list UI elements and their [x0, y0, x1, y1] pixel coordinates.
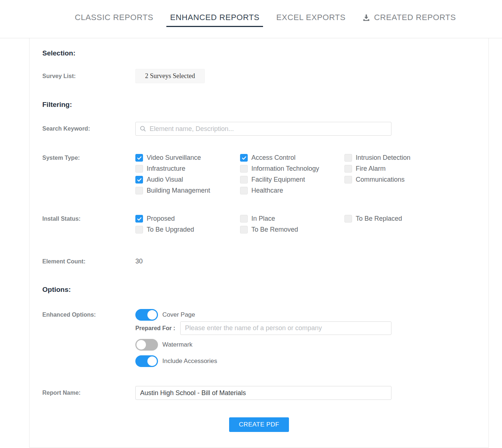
system-type-label: System Type:: [42, 154, 135, 194]
toggle-knob: [147, 310, 157, 320]
watermark-toggle[interactable]: [135, 339, 158, 351]
checkbox[interactable]: [135, 176, 143, 184]
checkbox-label: In Place: [251, 215, 275, 223]
prepared-for-label: Prepared For :: [135, 325, 180, 332]
checkbox-label: Healthcare: [251, 187, 283, 194]
checkbox-label: Intrusion Detection: [356, 154, 410, 162]
checkbox[interactable]: [344, 176, 352, 184]
checkbox-label: Audio Visual: [147, 176, 183, 184]
tab-label: CLASSIC REPORTS: [75, 13, 153, 22]
system-type-checkbox-infrastructure[interactable]: Infrastructure: [135, 165, 240, 173]
checkbox-label: Building Management: [147, 187, 210, 194]
checkbox-label: Information Technology: [251, 165, 319, 173]
system-type-checkbox-audio-visual[interactable]: Audio Visual: [135, 176, 240, 184]
checkbox[interactable]: [240, 165, 248, 173]
system-type-checkbox-facility-equipment[interactable]: Facility Equipment: [240, 176, 344, 184]
install-status-checkbox-in-place[interactable]: In Place: [240, 215, 344, 223]
tab-label: EXCEL EXPORTS: [276, 13, 345, 22]
checkbox[interactable]: [135, 154, 143, 162]
cover-page-toggle[interactable]: [135, 309, 158, 321]
checkbox-label: To Be Replaced: [356, 215, 402, 223]
install-status-checkbox-group: ProposedIn PlaceTo Be ReplacedTo Be Upgr…: [135, 215, 402, 233]
install-status-row: Install Status: ProposedIn PlaceTo Be Re…: [30, 215, 489, 233]
report-name-row: Report Name:: [30, 386, 489, 400]
system-type-row: System Type: Video SurveillanceAccess Co…: [30, 154, 489, 194]
tab-classic-reports[interactable]: CLASSIC REPORTS: [71, 9, 157, 27]
report-name-input[interactable]: [135, 386, 391, 400]
checkbox[interactable]: [344, 215, 352, 223]
filtering-heading: Filtering:: [30, 101, 489, 109]
search-icon: [140, 125, 146, 132]
install-status-label: Install Status:: [42, 215, 135, 233]
toggle-label: Watermark: [162, 341, 193, 348]
element-count-value: 30: [135, 258, 143, 265]
search-keyword-row: Search Keyword:: [30, 122, 489, 136]
system-type-checkbox-building-management[interactable]: Building Management: [135, 187, 240, 194]
tab-label: ENHANCED REPORTS: [170, 13, 259, 22]
survey-list-button[interactable]: 2 Surveys Selected: [135, 69, 205, 83]
toggle-label: Include Accessories: [162, 358, 217, 365]
toggle-row-cover-page: Cover Page: [135, 309, 391, 321]
toggle-knob: [147, 356, 157, 366]
checkbox[interactable]: [135, 215, 143, 223]
toggle-row-watermark: Watermark: [135, 339, 391, 351]
install-status-checkbox-to-be-replaced[interactable]: To Be Replaced: [344, 215, 402, 223]
checkbox[interactable]: [240, 215, 248, 223]
tab-excel-exports[interactable]: EXCEL EXPORTS: [273, 9, 349, 27]
system-type-checkbox-access-control[interactable]: Access Control: [240, 154, 344, 162]
prepared-for-row: Prepared For :: [135, 321, 391, 335]
download-icon: [362, 13, 370, 22]
element-count-row: Element Count: 30: [30, 258, 489, 265]
tab-label: CREATED REPORTS: [374, 13, 456, 22]
system-type-checkbox-video-surveillance[interactable]: Video Surveillance: [135, 154, 240, 162]
enhanced-options-row: Enhanced Options: Cover Page Prepared Fo…: [30, 309, 489, 367]
create-pdf-button[interactable]: CREATE PDF: [229, 417, 289, 432]
survey-list-row: Survey List: 2 Surveys Selected: [30, 69, 489, 83]
selection-heading: Selection:: [30, 38, 489, 57]
checkbox[interactable]: [344, 154, 352, 162]
checkbox-label: To Be Removed: [251, 226, 298, 233]
system-type-checkbox-information-technology[interactable]: Information Technology: [240, 165, 344, 173]
system-type-checkbox-healthcare[interactable]: Healthcare: [240, 187, 344, 194]
element-count-label: Element Count:: [42, 258, 135, 265]
system-type-checkbox-intrusion-detection[interactable]: Intrusion Detection: [344, 154, 410, 162]
system-type-checkbox-fire-alarm[interactable]: Fire Alarm: [344, 165, 410, 173]
include-accessories-toggle[interactable]: [135, 355, 158, 367]
tab-created-reports[interactable]: CREATED REPORTS: [359, 9, 460, 27]
checkbox-label: Proposed: [147, 215, 175, 223]
checkbox-label: Facility Equipment: [251, 176, 305, 184]
checkbox[interactable]: [135, 165, 143, 173]
search-keyword-label: Search Keyword:: [42, 125, 135, 132]
report-name-label: Report Name:: [42, 390, 135, 396]
checkbox[interactable]: [240, 176, 248, 184]
checkbox-label: Video Surveillance: [147, 154, 201, 162]
checkbox-label: Infrastructure: [147, 165, 185, 173]
survey-list-label: Survey List:: [42, 73, 135, 80]
checkbox-label: To Be Upgraded: [147, 226, 194, 233]
enhanced-options-label: Enhanced Options:: [42, 309, 135, 367]
toggle-label: Cover Page: [162, 311, 195, 318]
prepared-for-input[interactable]: [180, 321, 391, 335]
checkbox[interactable]: [344, 165, 352, 173]
checkbox-label: Fire Alarm: [356, 165, 386, 173]
options-heading: Options:: [30, 286, 489, 294]
tab-header: CLASSIC REPORTSENHANCED REPORTSEXCEL EXP…: [0, 0, 502, 38]
checkbox[interactable]: [135, 226, 143, 233]
checkbox[interactable]: [240, 154, 248, 162]
search-input[interactable]: [135, 122, 391, 136]
install-status-checkbox-proposed[interactable]: Proposed: [135, 215, 240, 223]
checkbox[interactable]: [240, 226, 248, 233]
checkbox-label: Access Control: [251, 154, 296, 162]
toggle-knob: [136, 340, 146, 349]
tab-bar: CLASSIC REPORTSENHANCED REPORTSEXCEL EXP…: [0, 9, 460, 27]
install-status-checkbox-to-be-removed[interactable]: To Be Removed: [240, 226, 344, 233]
report-settings-panel: Selection: Survey List: 2 Surveys Select…: [29, 38, 489, 448]
checkbox[interactable]: [240, 187, 248, 194]
checkbox[interactable]: [135, 187, 143, 194]
tab-enhanced-reports[interactable]: ENHANCED REPORTS: [166, 9, 263, 27]
system-type-checkbox-group: Video SurveillanceAccess ControlIntrusio…: [135, 154, 410, 194]
toggle-row-include-accessories: Include Accessories: [135, 355, 391, 367]
install-status-checkbox-to-be-upgraded[interactable]: To Be Upgraded: [135, 226, 240, 233]
system-type-checkbox-communications[interactable]: Communications: [344, 176, 410, 184]
checkbox-label: Communications: [356, 176, 405, 184]
